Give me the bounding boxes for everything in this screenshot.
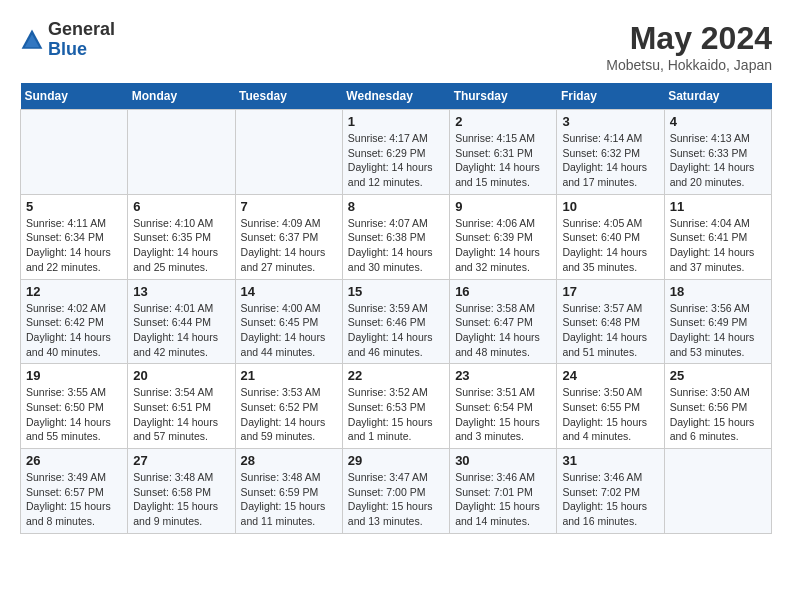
day-number: 29: [348, 453, 444, 468]
calendar-cell: 30Sunrise: 3:46 AM Sunset: 7:01 PM Dayli…: [450, 449, 557, 534]
day-number: 5: [26, 199, 122, 214]
day-number: 7: [241, 199, 337, 214]
day-info: Sunrise: 3:59 AM Sunset: 6:46 PM Dayligh…: [348, 301, 444, 360]
month-year-title: May 2024: [606, 20, 772, 57]
day-number: 17: [562, 284, 658, 299]
day-info: Sunrise: 3:49 AM Sunset: 6:57 PM Dayligh…: [26, 470, 122, 529]
logo: General Blue: [20, 20, 115, 60]
page-header: General Blue May 2024 Mobetsu, Hokkaido,…: [20, 20, 772, 73]
calendar-cell: 31Sunrise: 3:46 AM Sunset: 7:02 PM Dayli…: [557, 449, 664, 534]
calendar-cell: 14Sunrise: 4:00 AM Sunset: 6:45 PM Dayli…: [235, 279, 342, 364]
day-info: Sunrise: 3:46 AM Sunset: 7:01 PM Dayligh…: [455, 470, 551, 529]
day-info: Sunrise: 4:09 AM Sunset: 6:37 PM Dayligh…: [241, 216, 337, 275]
day-number: 23: [455, 368, 551, 383]
calendar-week-row: 26Sunrise: 3:49 AM Sunset: 6:57 PM Dayli…: [21, 449, 772, 534]
day-info: Sunrise: 3:58 AM Sunset: 6:47 PM Dayligh…: [455, 301, 551, 360]
calendar-cell: 28Sunrise: 3:48 AM Sunset: 6:59 PM Dayli…: [235, 449, 342, 534]
calendar-week-row: 19Sunrise: 3:55 AM Sunset: 6:50 PM Dayli…: [21, 364, 772, 449]
calendar-cell: 15Sunrise: 3:59 AM Sunset: 6:46 PM Dayli…: [342, 279, 449, 364]
day-info: Sunrise: 4:15 AM Sunset: 6:31 PM Dayligh…: [455, 131, 551, 190]
calendar-cell: 6Sunrise: 4:10 AM Sunset: 6:35 PM Daylig…: [128, 194, 235, 279]
calendar-cell: 21Sunrise: 3:53 AM Sunset: 6:52 PM Dayli…: [235, 364, 342, 449]
day-info: Sunrise: 4:02 AM Sunset: 6:42 PM Dayligh…: [26, 301, 122, 360]
calendar-cell: 17Sunrise: 3:57 AM Sunset: 6:48 PM Dayli…: [557, 279, 664, 364]
day-info: Sunrise: 4:14 AM Sunset: 6:32 PM Dayligh…: [562, 131, 658, 190]
day-number: 19: [26, 368, 122, 383]
day-number: 15: [348, 284, 444, 299]
day-number: 31: [562, 453, 658, 468]
calendar-cell: 5Sunrise: 4:11 AM Sunset: 6:34 PM Daylig…: [21, 194, 128, 279]
day-number: 28: [241, 453, 337, 468]
calendar-cell: 22Sunrise: 3:52 AM Sunset: 6:53 PM Dayli…: [342, 364, 449, 449]
day-number: 18: [670, 284, 766, 299]
day-number: 16: [455, 284, 551, 299]
day-info: Sunrise: 4:06 AM Sunset: 6:39 PM Dayligh…: [455, 216, 551, 275]
day-number: 14: [241, 284, 337, 299]
calendar-week-row: 1Sunrise: 4:17 AM Sunset: 6:29 PM Daylig…: [21, 110, 772, 195]
day-info: Sunrise: 3:48 AM Sunset: 6:58 PM Dayligh…: [133, 470, 229, 529]
day-number: 20: [133, 368, 229, 383]
calendar-week-row: 12Sunrise: 4:02 AM Sunset: 6:42 PM Dayli…: [21, 279, 772, 364]
day-info: Sunrise: 3:48 AM Sunset: 6:59 PM Dayligh…: [241, 470, 337, 529]
day-number: 21: [241, 368, 337, 383]
day-number: 6: [133, 199, 229, 214]
day-number: 8: [348, 199, 444, 214]
calendar-cell: 19Sunrise: 3:55 AM Sunset: 6:50 PM Dayli…: [21, 364, 128, 449]
weekday-header-monday: Monday: [128, 83, 235, 110]
day-info: Sunrise: 3:47 AM Sunset: 7:00 PM Dayligh…: [348, 470, 444, 529]
day-number: 12: [26, 284, 122, 299]
day-info: Sunrise: 4:13 AM Sunset: 6:33 PM Dayligh…: [670, 131, 766, 190]
day-info: Sunrise: 3:46 AM Sunset: 7:02 PM Dayligh…: [562, 470, 658, 529]
location-subtitle: Mobetsu, Hokkaido, Japan: [606, 57, 772, 73]
day-info: Sunrise: 4:00 AM Sunset: 6:45 PM Dayligh…: [241, 301, 337, 360]
calendar-cell: 24Sunrise: 3:50 AM Sunset: 6:55 PM Dayli…: [557, 364, 664, 449]
day-info: Sunrise: 4:05 AM Sunset: 6:40 PM Dayligh…: [562, 216, 658, 275]
calendar-cell: [128, 110, 235, 195]
calendar-cell: 25Sunrise: 3:50 AM Sunset: 6:56 PM Dayli…: [664, 364, 771, 449]
calendar-cell: 3Sunrise: 4:14 AM Sunset: 6:32 PM Daylig…: [557, 110, 664, 195]
calendar-cell: 7Sunrise: 4:09 AM Sunset: 6:37 PM Daylig…: [235, 194, 342, 279]
day-number: 24: [562, 368, 658, 383]
calendar-cell: 11Sunrise: 4:04 AM Sunset: 6:41 PM Dayli…: [664, 194, 771, 279]
day-number: 2: [455, 114, 551, 129]
calendar-cell: [235, 110, 342, 195]
day-number: 3: [562, 114, 658, 129]
day-number: 10: [562, 199, 658, 214]
day-number: 9: [455, 199, 551, 214]
calendar-cell: 27Sunrise: 3:48 AM Sunset: 6:58 PM Dayli…: [128, 449, 235, 534]
day-number: 26: [26, 453, 122, 468]
day-info: Sunrise: 4:01 AM Sunset: 6:44 PM Dayligh…: [133, 301, 229, 360]
calendar-cell: 9Sunrise: 4:06 AM Sunset: 6:39 PM Daylig…: [450, 194, 557, 279]
day-number: 11: [670, 199, 766, 214]
day-info: Sunrise: 4:11 AM Sunset: 6:34 PM Dayligh…: [26, 216, 122, 275]
day-info: Sunrise: 3:56 AM Sunset: 6:49 PM Dayligh…: [670, 301, 766, 360]
day-info: Sunrise: 4:10 AM Sunset: 6:35 PM Dayligh…: [133, 216, 229, 275]
day-number: 30: [455, 453, 551, 468]
calendar-cell: 13Sunrise: 4:01 AM Sunset: 6:44 PM Dayli…: [128, 279, 235, 364]
calendar-cell: 26Sunrise: 3:49 AM Sunset: 6:57 PM Dayli…: [21, 449, 128, 534]
calendar-cell: 8Sunrise: 4:07 AM Sunset: 6:38 PM Daylig…: [342, 194, 449, 279]
day-info: Sunrise: 3:55 AM Sunset: 6:50 PM Dayligh…: [26, 385, 122, 444]
calendar-cell: 23Sunrise: 3:51 AM Sunset: 6:54 PM Dayli…: [450, 364, 557, 449]
weekday-header-thursday: Thursday: [450, 83, 557, 110]
day-info: Sunrise: 3:52 AM Sunset: 6:53 PM Dayligh…: [348, 385, 444, 444]
calendar-cell: 2Sunrise: 4:15 AM Sunset: 6:31 PM Daylig…: [450, 110, 557, 195]
weekday-header-tuesday: Tuesday: [235, 83, 342, 110]
calendar-cell: 18Sunrise: 3:56 AM Sunset: 6:49 PM Dayli…: [664, 279, 771, 364]
logo-blue-text: Blue: [48, 39, 87, 59]
day-info: Sunrise: 3:50 AM Sunset: 6:56 PM Dayligh…: [670, 385, 766, 444]
calendar-cell: 20Sunrise: 3:54 AM Sunset: 6:51 PM Dayli…: [128, 364, 235, 449]
day-number: 25: [670, 368, 766, 383]
day-number: 27: [133, 453, 229, 468]
calendar-week-row: 5Sunrise: 4:11 AM Sunset: 6:34 PM Daylig…: [21, 194, 772, 279]
day-number: 4: [670, 114, 766, 129]
weekday-header-row: SundayMondayTuesdayWednesdayThursdayFrid…: [21, 83, 772, 110]
day-info: Sunrise: 4:17 AM Sunset: 6:29 PM Dayligh…: [348, 131, 444, 190]
day-info: Sunrise: 3:53 AM Sunset: 6:52 PM Dayligh…: [241, 385, 337, 444]
weekday-header-friday: Friday: [557, 83, 664, 110]
day-info: Sunrise: 3:54 AM Sunset: 6:51 PM Dayligh…: [133, 385, 229, 444]
calendar-cell: 4Sunrise: 4:13 AM Sunset: 6:33 PM Daylig…: [664, 110, 771, 195]
weekday-header-sunday: Sunday: [21, 83, 128, 110]
day-info: Sunrise: 3:51 AM Sunset: 6:54 PM Dayligh…: [455, 385, 551, 444]
day-info: Sunrise: 4:04 AM Sunset: 6:41 PM Dayligh…: [670, 216, 766, 275]
